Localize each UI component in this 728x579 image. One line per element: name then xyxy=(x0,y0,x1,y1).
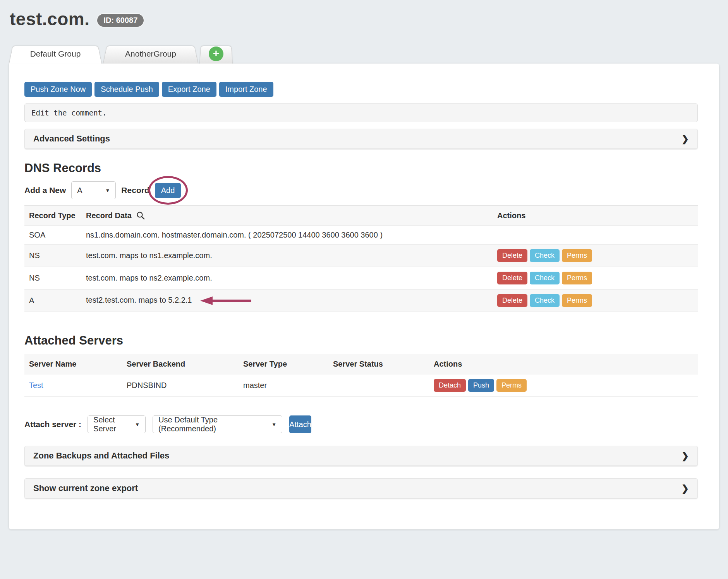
record-data-cell: test2.test.com. maps to 5.2.2.1 xyxy=(81,290,493,312)
server-type-header: Server Type xyxy=(239,354,328,374)
add-record-row: Add a New A ▼ Record Add xyxy=(24,181,698,199)
server-select-value: Select Server xyxy=(93,415,129,433)
add-record-suffix-label: Record xyxy=(121,186,149,195)
delete-button[interactable]: Delete xyxy=(497,249,527,262)
server-select[interactable]: Select Server ▼ xyxy=(88,415,146,433)
record-actions-cell xyxy=(493,226,698,245)
record-data-cell: test.com. maps to ns1.example.com. xyxy=(81,245,493,267)
table-row-ns1: NS test.com. maps to ns1.example.com. De… xyxy=(24,245,698,267)
attached-servers-heading: Attached Servers xyxy=(24,334,698,348)
zone-backups-accordion[interactable]: Zone Backups and Attached Files ❯ xyxy=(24,446,698,466)
record-type-cell: SOA xyxy=(24,226,81,245)
check-button[interactable]: Check xyxy=(530,294,560,307)
delete-button[interactable]: Delete xyxy=(497,272,527,284)
tab-another-group[interactable]: AnotherGroup xyxy=(103,44,198,64)
group-tabs: Default Group AnotherGroup + xyxy=(9,44,728,64)
record-actions-cell: Delete Check Perms xyxy=(493,267,698,290)
actions-header: Actions xyxy=(493,206,698,226)
perms-button[interactable]: Perms xyxy=(562,249,592,262)
record-type-cell: NS xyxy=(24,267,81,290)
check-button[interactable]: Check xyxy=(530,272,560,284)
tab-default-group[interactable]: Default Group xyxy=(9,44,102,64)
server-status-header: Server Status xyxy=(328,354,429,374)
zone-export-accordion[interactable]: Show current zone export ❯ xyxy=(24,478,698,498)
accordion-title: Advanced Settings xyxy=(33,134,110,144)
perms-button[interactable]: Perms xyxy=(562,294,592,307)
arrow-annotation xyxy=(200,296,252,305)
dns-table-header-row: Record Type Record Data Actions xyxy=(24,206,698,226)
record-type-select[interactable]: A ▼ xyxy=(71,181,116,199)
tab-add-group[interactable]: + xyxy=(199,44,233,64)
page-title: test.com. xyxy=(10,9,89,29)
record-data-text: test2.test.com. maps to 5.2.2.1 xyxy=(86,296,192,304)
zone-panel: Push Zone Now Schedule Push Export Zone … xyxy=(9,64,719,529)
accordion-title: Zone Backups and Attached Files xyxy=(33,451,169,461)
add-record-prefix-label: Add a New xyxy=(24,186,66,195)
tab-label: AnotherGroup xyxy=(125,49,176,59)
zone-id-badge: ID: 60087 xyxy=(97,14,144,27)
schedule-push-button[interactable]: Schedule Push xyxy=(94,82,159,97)
accordion-title: Show current zone export xyxy=(33,483,138,493)
servers-table-header-row: Server Name Server Backend Server Type S… xyxy=(24,354,698,374)
attach-server-row: Attach server : Select Server ▼ Use Defa… xyxy=(24,415,698,433)
search-icon[interactable] xyxy=(136,211,145,220)
push-button[interactable]: Push xyxy=(468,379,494,392)
attach-server-label: Attach server : xyxy=(24,420,81,429)
server-type-cell: master xyxy=(239,374,328,397)
server-link[interactable]: Test xyxy=(29,381,43,389)
zone-toolbar: Push Zone Now Schedule Push Export Zone … xyxy=(24,82,698,97)
record-type-selected-value: A xyxy=(77,186,82,195)
record-type-header: Record Type xyxy=(24,206,81,226)
push-zone-now-button[interactable]: Push Zone Now xyxy=(24,82,92,97)
advanced-settings-accordion[interactable]: Advanced Settings ❯ xyxy=(24,129,698,149)
server-status-cell xyxy=(328,374,429,397)
detach-button[interactable]: Detach xyxy=(434,379,466,392)
check-button[interactable]: Check xyxy=(530,249,560,262)
server-actions-cell: Detach Push Perms xyxy=(429,374,698,397)
table-row-ns2: NS test.com. maps to ns2.example.com. De… xyxy=(24,267,698,290)
perms-button[interactable]: Perms xyxy=(496,379,527,392)
chevron-right-icon: ❯ xyxy=(682,134,689,144)
import-zone-button[interactable]: Import Zone xyxy=(219,82,273,97)
server-type-select-value: Use Default Type (Recommended) xyxy=(158,415,266,433)
add-button-wrapper: Add xyxy=(155,183,181,198)
page-header: test.com. ID: 60087 xyxy=(0,0,728,29)
server-backend-cell: PDNSBIND xyxy=(122,374,239,397)
add-record-button[interactable]: Add xyxy=(155,183,181,198)
server-type-select[interactable]: Use Default Type (Recommended) ▼ xyxy=(153,415,282,433)
dns-records-table: Record Type Record Data Actions SOA ns1.… xyxy=(24,205,698,312)
record-data-header: Record Data xyxy=(81,206,493,226)
export-zone-button[interactable]: Export Zone xyxy=(162,82,216,97)
record-data-cell: ns1.dns.domain.com. hostmaster.domain.co… xyxy=(81,226,493,245)
table-row-soa: SOA ns1.dns.domain.com. hostmaster.domai… xyxy=(24,226,698,245)
record-data-header-label: Record Data xyxy=(86,211,132,220)
record-actions-cell: Delete Check Perms xyxy=(493,245,698,267)
plus-icon[interactable]: + xyxy=(209,47,223,61)
server-backend-header: Server Backend xyxy=(122,354,239,374)
chevron-down-icon: ▼ xyxy=(129,422,140,427)
perms-button[interactable]: Perms xyxy=(562,272,592,284)
delete-button[interactable]: Delete xyxy=(497,294,527,307)
tab-label: Default Group xyxy=(30,49,81,59)
chevron-right-icon: ❯ xyxy=(682,483,689,494)
chevron-down-icon: ▼ xyxy=(266,422,276,427)
record-actions-cell: Delete Check Perms xyxy=(493,290,698,312)
record-type-cell: A xyxy=(24,290,81,312)
table-row-server: Test PDNSBIND master Detach Push Perms xyxy=(24,374,698,397)
dns-records-heading: DNS Records xyxy=(24,161,698,175)
record-data-cell: test.com. maps to ns2.example.com. xyxy=(81,267,493,290)
zone-comment-field[interactable]: Edit the comment. xyxy=(24,103,698,122)
attach-button[interactable]: Attach xyxy=(289,415,311,433)
table-row-a-record: A test2.test.com. maps to 5.2.2.1 Delete… xyxy=(24,290,698,312)
server-actions-header: Actions xyxy=(429,354,698,374)
chevron-right-icon: ❯ xyxy=(682,451,689,461)
server-name-cell: Test xyxy=(24,374,122,397)
chevron-down-icon: ▼ xyxy=(100,188,110,193)
server-name-header: Server Name xyxy=(24,354,122,374)
attached-servers-table: Server Name Server Backend Server Type S… xyxy=(24,354,698,397)
record-type-cell: NS xyxy=(24,245,81,267)
